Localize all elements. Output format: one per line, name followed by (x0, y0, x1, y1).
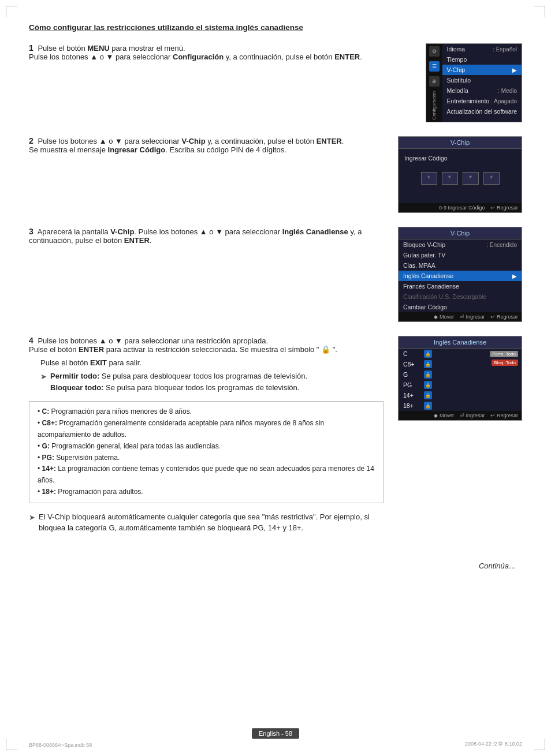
step-3-number: 3 (29, 227, 33, 236)
step-2-text: Pulse los botones ▲ o ▼ para seleccionar… (29, 137, 344, 154)
step-2-content: 2 Pulse los botones ▲ o ▼ para seleccion… (29, 136, 384, 213)
bullet-g: G: Programación general, ideal para toda… (38, 441, 375, 452)
panel4-bottom-bar: ◆ Mover ⏎ Ingresar ↩ Regresar (399, 411, 522, 420)
nav-icon-2: ☰ (429, 61, 440, 72)
ic-row-g: G 🔒 (399, 369, 487, 380)
panel4-buttons: Perm. Todo Bloq. Todo (490, 349, 522, 411)
code-box-3: * (463, 172, 479, 185)
main-content: Cómo configurar las restricciones utiliz… (29, 23, 522, 570)
perm-todo-button[interactable]: Perm. Todo (490, 351, 518, 357)
panel3-header: V-Chip (399, 227, 522, 239)
tv-panel-2: V-Chip Ingresar Código * * * * 0-9 Ingre… (398, 136, 522, 213)
code-boxes: * * * * (404, 165, 516, 189)
bullet-list: C: Programación para niños menores de 8 … (38, 406, 375, 497)
step-4-extras: Pulse el botón EXIT para salir. ➤ Permit… (40, 358, 384, 393)
menu-row-actualizacion: Actualización del software (442, 106, 522, 117)
step-1-panel-area: ⚙ ☰ 🖥 Configuración Idioma : Español Tie… (395, 43, 522, 122)
panel4-regresar: ↩ Regresar (490, 413, 518, 418)
continua-text: Continúa… (29, 562, 522, 570)
panel3-row-bloqueo: Bloqueo V-Chip : Encendido (399, 239, 522, 250)
corner-br (534, 739, 545, 750)
panel3-row-ingles: Inglés Canadiense ▶ (399, 271, 522, 281)
panel4-ingresar: ⏎ Ingresar (460, 413, 485, 418)
tv-menu-content-1: Idioma : Español Tiempo V-Chip ▶ Subtítu… (442, 44, 522, 122)
code-box-2: * (442, 172, 458, 185)
panel3-mover: ◆ Mover (434, 314, 454, 320)
panel4-header: Inglés Canadiense (399, 336, 522, 349)
bullet-pg: PG: Supervisión paterna. (38, 452, 375, 464)
menu-row-entretenimiento: Entretenimiento : Apagado (442, 96, 522, 106)
panel3-row-guias: Guías pater. TV (399, 250, 522, 260)
ic-row-pg: PG 🔒 (399, 380, 487, 390)
bloq-todo-button[interactable]: Bloq. Todo (492, 360, 518, 366)
tv-panel-3: V-Chip Bloqueo V-Chip : Encendido Guías … (398, 227, 522, 322)
step-4-panel-area: Inglés Canadiense C 🔒 C8+ 🔒 (395, 336, 522, 537)
bullet-box: C: Programación para niños menores de 8 … (29, 401, 384, 503)
menu-row-vchip: V-Chip ▶ (442, 65, 522, 75)
corner-tr (534, 6, 545, 17)
panel3-ingresar: ⏎ Ingresar (460, 314, 485, 320)
step-1-number: 1 (29, 43, 33, 53)
step-1-text: Pulse el botón MENU para mostrar el menú… (29, 44, 362, 61)
lock-icon-c: 🔒 (424, 350, 432, 358)
step-4-text: 4 Pulse los botones ▲ o ▼ para seleccion… (29, 336, 384, 354)
page-footer: English - 58 (0, 728, 551, 739)
arrow-icon-ingles: ▶ (512, 273, 517, 279)
section-title: Cómo configurar las restricciones utiliz… (29, 23, 522, 32)
arrow-sym-2: ➤ (29, 512, 35, 534)
lock-icon-pg: 🔒 (424, 381, 432, 389)
bullet-c8: C8+: Programación generalmente considera… (38, 418, 375, 441)
corner-tl (6, 6, 17, 17)
panel3-regresar: ↩ Regresar (490, 314, 518, 320)
step-4-block: 4 Pulse los botones ▲ o ▼ para seleccion… (29, 336, 522, 537)
step-3-panel-area: V-Chip Bloqueo V-Chip : Encendido Guías … (395, 227, 522, 322)
lock-icon-14: 🔒 (424, 391, 432, 399)
panel3-row-mpaa: Clas. MPAA (399, 260, 522, 271)
panel2-header: V-Chip (399, 137, 522, 149)
panel3-bottom-bar: ◆ Mover ⏎ Ingresar ↩ Regresar (399, 312, 522, 321)
step-2-block: 2 Pulse los botones ▲ o ▼ para seleccion… (29, 136, 522, 213)
nav-icon-3: 🖥 (429, 76, 440, 87)
step-1-block: 1 Pulse el botón MENU para mostrar el me… (29, 43, 522, 122)
vchip-note-text: El V-Chip bloqueará automáticamente cual… (39, 511, 384, 534)
step-4-content: 4 Pulse los botones ▲ o ▼ para seleccion… (29, 336, 384, 537)
lock-icon-c8: 🔒 (424, 360, 432, 368)
step-3-block: 3 Aparecerá la pantalla V-Chip. Pulse lo… (29, 227, 522, 322)
step-3-content: 3 Aparecerá la pantalla V-Chip. Pulse lo… (29, 227, 384, 322)
code-box-1: * (421, 172, 437, 185)
page-number-box: English - 58 (252, 728, 299, 739)
footer-date: 2008-04-22 오후 8:10:02 (465, 740, 522, 748)
code-box-4: * (483, 172, 500, 185)
panel2-label: Ingresar Código (404, 155, 516, 162)
panel4-rows: C 🔒 C8+ 🔒 G 🔒 (399, 349, 487, 411)
panel2-bottom-back: ↩ Regresar (490, 205, 518, 211)
menu-row-tiempo: Tiempo (442, 54, 522, 65)
ic-row-c8: C8+ 🔒 (399, 359, 487, 369)
menu-row-subtitulo: Subtítulo (442, 75, 522, 85)
menu-row-melodia: Melodía : Medio (442, 85, 522, 96)
panel3-row-cambiar: Cambiar Código (399, 302, 522, 312)
ic-row-14: 14+ 🔒 (399, 390, 487, 401)
tv-panel-1: ⚙ ☰ 🖥 Configuración Idioma : Español Tie… (426, 43, 522, 122)
exit-note: Pulse el botón EXIT para salir. (40, 358, 384, 367)
nav-icon-1: ⚙ (429, 46, 440, 57)
page-container: Cómo configurar las restricciones utiliz… (0, 0, 551, 756)
panel2-bottom-code: 0-9 Ingresar Código (439, 205, 485, 211)
corner-bl (6, 739, 17, 750)
tv-side-nav: ⚙ ☰ 🖥 Configuración (426, 44, 442, 122)
bullet-14: 14+: La programación contiene temas y co… (38, 463, 375, 486)
arrow-sym-1: ➤ (40, 371, 47, 393)
vchip-note: ➤ El V-Chip bloqueará automáticamente cu… (29, 511, 384, 534)
bullet-18: 18+: Programación para adultos. (38, 486, 375, 498)
bullet-c: C: Programación para niños menores de 8 … (38, 406, 375, 418)
step-4-number: 4 (29, 336, 33, 345)
panel2-bottom-bar: 0-9 Ingresar Código ↩ Regresar (399, 203, 522, 212)
panel4-mover: ◆ Mover (434, 413, 454, 418)
step-2-number: 2 (29, 136, 33, 145)
ic-row-c: C 🔒 (399, 349, 487, 359)
permit-todo-item: ➤ Permitir todo: Se pulsa para desbloque… (40, 370, 384, 393)
step-1-content: 1 Pulse el botón MENU para mostrar el me… (29, 43, 384, 122)
arrow-icon-vchip: ▶ (512, 67, 517, 73)
footer-file: BP68-00666A~Spa.indb 58 (29, 742, 92, 748)
lock-icon-18: 🔒 (424, 402, 432, 410)
